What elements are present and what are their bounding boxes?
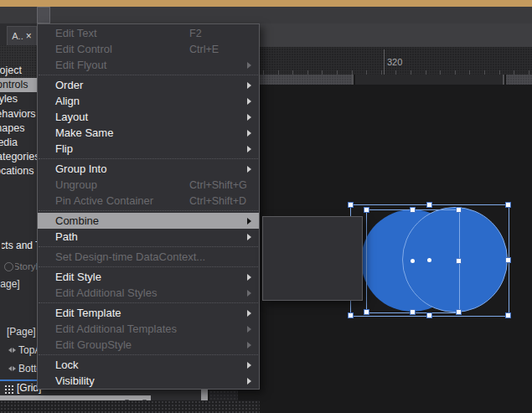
submenu-item[interactable] (263, 251, 362, 267)
menu-bar-item[interactable] (213, 7, 226, 23)
submenu-item[interactable] (263, 283, 362, 299)
menu-item-label: Layout (55, 111, 189, 123)
submenu-arrow-icon (247, 234, 251, 240)
menu-bar-item[interactable] (17, 7, 30, 23)
menu-item-label: Visibility (55, 374, 189, 387)
menu-item-label: Combine (55, 214, 189, 227)
submenu-arrow-icon (247, 378, 251, 385)
submenu-item[interactable] (263, 219, 362, 235)
assets-category-label: Shapes (2, 121, 24, 136)
menu-item[interactable]: Set Design-time DataContext... (38, 249, 259, 265)
resize-handle[interactable] (364, 309, 369, 315)
menu-item[interactable]: Edit Additional Styles (38, 285, 259, 301)
resize-handle[interactable] (505, 202, 511, 208)
tree-row-label: [Page] (7, 325, 36, 339)
assets-tab-label: A.. (12, 28, 23, 44)
submenu-arrow-icon (247, 218, 251, 225)
grid-column-width[interactable] (355, 75, 504, 85)
menu-item-label: Edit Template (55, 307, 189, 319)
menu-item-label: Edit Style (55, 271, 189, 283)
center-point (427, 258, 431, 262)
resize-handle[interactable] (456, 309, 462, 315)
resize-handle[interactable] (348, 202, 354, 208)
submenu-item[interactable] (263, 235, 362, 251)
assets-category-label: Categories (2, 150, 39, 164)
assets-category-label: Media (2, 136, 18, 150)
submenu-arrow-icon (247, 326, 251, 333)
submenu-arrow-icon (247, 114, 251, 121)
menu-item-label: Lock (55, 359, 189, 371)
resize-handle[interactable] (410, 207, 416, 213)
object-menu-dropdown: Edit Text F2 Edit Control Ctrl+E Edit Fl… (37, 23, 260, 390)
menu-bar-item[interactable] (37, 7, 50, 23)
menu-item[interactable]: Edit Control Ctrl+E (38, 41, 259, 57)
menu-item[interactable]: Group Into (38, 161, 259, 177)
menu-bar-item[interactable] (84, 7, 97, 23)
assets-category-label: Locations (2, 164, 34, 178)
menu-bar-item[interactable] (166, 7, 179, 23)
center-point (411, 259, 415, 263)
menu-item[interactable]: Pin Active Container Ctrl+Shift+D (38, 193, 259, 209)
submenu-arrow-icon (247, 274, 251, 281)
menu-item[interactable]: Edit GroupStyle (38, 337, 259, 353)
menu-item-label: Ungroup (55, 178, 189, 191)
menu-item-label: Edit Additional Styles (55, 287, 189, 299)
menu-item-shortcut: Ctrl+Shift+G (189, 179, 247, 191)
appbar-icon (6, 348, 18, 353)
assets-tab[interactable]: A.. × (7, 26, 37, 46)
menu-item[interactable]: Make Same (38, 125, 259, 141)
horizontal-ruler: 320 640 (260, 47, 532, 75)
menu-bar-item[interactable] (131, 7, 144, 23)
menu-item[interactable]: Align (38, 93, 259, 109)
assets-category-label: Styles (2, 92, 18, 106)
menu-item[interactable]: Layout (38, 109, 259, 125)
menu-item-label: Group Into (55, 163, 189, 175)
menu-item[interactable]: Edit Style (38, 269, 259, 285)
close-icon[interactable]: × (26, 28, 32, 44)
storyboard-icon (4, 262, 13, 271)
menu-item[interactable]: Edit Additional Templates (38, 321, 259, 337)
resize-handle[interactable] (426, 202, 432, 208)
tree-row-label: [Page] (2, 277, 20, 292)
menu-item[interactable]: Order (38, 77, 259, 93)
menu-item[interactable]: Lock (38, 357, 259, 373)
menu-item[interactable]: Path (38, 229, 259, 245)
resize-handle[interactable] (426, 312, 432, 318)
menu-bar (0, 7, 532, 23)
resize-handle[interactable] (456, 258, 462, 264)
menu-item[interactable]: Edit Flyout (38, 57, 259, 73)
resize-handle[interactable] (456, 207, 462, 213)
assets-category-label: Behaviors (2, 107, 36, 121)
submenu-arrow-icon (247, 130, 251, 137)
resize-handle[interactable] (348, 312, 354, 318)
menu-item-shortcut: F2 (189, 28, 202, 39)
submenu-item[interactable] (263, 267, 362, 283)
menu-item-label: Pin Active Container (55, 194, 189, 207)
menu-item[interactable]: Combine (38, 213, 259, 229)
menu-item-label: Edit Text (55, 27, 189, 39)
menu-item[interactable]: Flip (38, 141, 259, 157)
grid-icon (4, 385, 13, 394)
menu-item[interactable]: Edit Template (38, 305, 259, 321)
menu-item-label: Edit GroupStyle (55, 338, 189, 351)
menu-item-label: Order (55, 79, 189, 91)
menu-item-label: Path (55, 230, 189, 243)
menu-item[interactable]: Visibility (38, 373, 259, 389)
resize-handle[interactable] (505, 312, 511, 318)
grid-column-width[interactable] (260, 75, 354, 85)
menu-item-label: Edit Control (55, 43, 189, 55)
resize-handle[interactable] (505, 257, 511, 263)
menu-item-label: Edit Flyout (55, 59, 189, 71)
menu-item[interactable]: Ungroup Ctrl+Shift+G (38, 177, 259, 193)
menu-item-label: Make Same (55, 126, 189, 139)
menu-item-shortcut: Ctrl+Shift+D (189, 195, 246, 207)
grid-column-width[interactable] (506, 75, 532, 85)
menu-item-label: Flip (55, 142, 189, 155)
grid-column-rail[interactable] (260, 75, 532, 85)
submenu-arrow-icon (247, 310, 251, 317)
resize-handle[interactable] (364, 207, 369, 213)
menu-item[interactable]: Edit Text F2 (38, 25, 259, 41)
appbar-icon (6, 366, 18, 371)
resize-handle[interactable] (410, 309, 416, 315)
menu-item-shortcut: Ctrl+E (189, 44, 219, 55)
